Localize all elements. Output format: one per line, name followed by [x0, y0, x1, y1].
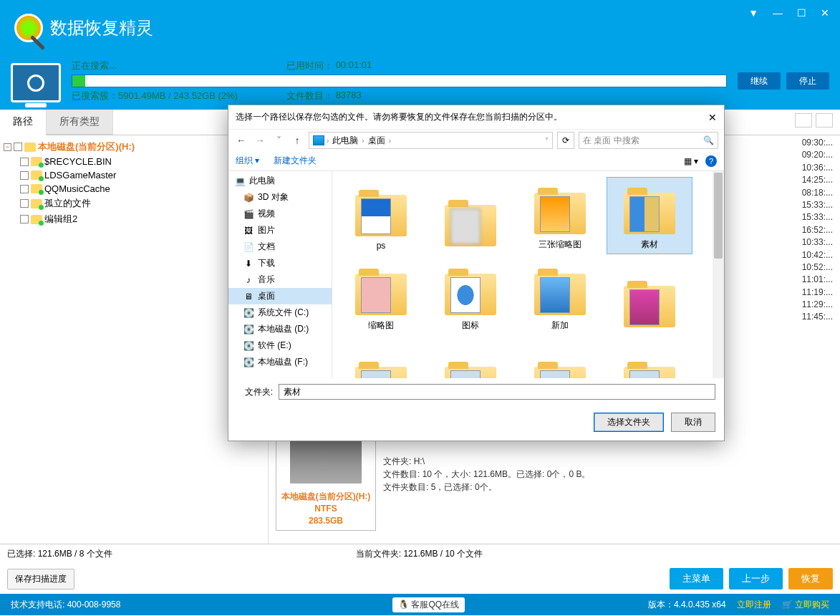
folder-item[interactable]: [607, 258, 692, 335]
sidebar-item[interactable]: 💽本地磁盘 (F:): [228, 354, 332, 370]
checkbox[interactable]: [20, 171, 29, 180]
tab-path[interactable]: 路径: [0, 110, 47, 135]
search-icon[interactable]: 🔍: [703, 135, 714, 145]
list-view-icon[interactable]: [816, 113, 833, 127]
sidebar-item-label: 本地磁盘 (F:): [258, 356, 308, 368]
folder-input[interactable]: [279, 384, 715, 400]
timestamp-list: 09:30:...09:20:...10:36:...14:25:...08:1…: [802, 137, 833, 324]
address-bar[interactable]: › 此电脑 › 桌面 › ˅: [309, 132, 553, 149]
folder-item[interactable]: [428, 339, 513, 378]
checkbox[interactable]: [20, 158, 29, 166]
breadcrumb-desktop[interactable]: 桌面: [367, 133, 387, 148]
sidebar-item[interactable]: 💽软件 (E:): [228, 337, 332, 354]
sidebar-item[interactable]: 📦3D 对象: [228, 189, 332, 206]
sidebar-item[interactable]: ♪音乐: [228, 271, 332, 288]
version-value: 4.4.0.435 x64: [674, 600, 726, 610]
clusters-label: 已搜索簇：: [72, 90, 118, 101]
organize-button[interactable]: 组织 ▾: [236, 155, 259, 167]
folder-icon: [31, 157, 42, 166]
folder-item[interactable]: 三张缩略图: [517, 177, 603, 254]
title-main: 数据恢复: [50, 18, 119, 37]
sidebar-item[interactable]: 💽本地磁盘 (D:): [228, 321, 332, 337]
folder-item[interactable]: [428, 177, 513, 254]
checkbox[interactable]: [20, 215, 29, 223]
sidebar-item[interactable]: 💻此电脑: [228, 173, 332, 189]
recover-button[interactable]: 恢复: [788, 568, 833, 589]
prev-button[interactable]: 上一步: [729, 568, 783, 589]
checkbox[interactable]: [20, 185, 29, 193]
pc-icon: [313, 135, 324, 145]
timestamp: 14:25:...: [802, 174, 833, 186]
recent-dropdown[interactable]: ˅: [271, 135, 286, 146]
sidebar-item[interactable]: 🖥桌面: [228, 288, 332, 304]
view-mode-button[interactable]: ▦ ▾: [684, 156, 698, 166]
info-line2: 文件数目: 10 个，大小: 121.6MB。已选择: 0个，0 B。: [383, 468, 590, 481]
close-button[interactable]: ✕: [821, 7, 829, 19]
folder-icon: [534, 193, 586, 234]
continue-button[interactable]: 继续: [738, 72, 781, 90]
folder-icon: [355, 195, 407, 236]
tab-types[interactable]: 所有类型: [47, 110, 113, 135]
searching-label: 正在搜索...: [72, 59, 286, 72]
sidebar-item[interactable]: ⬇下载: [228, 255, 332, 271]
selected-status: 已选择: 121.6MB / 8 个文件: [7, 548, 112, 560]
sidebar-icon: 🖥: [243, 292, 254, 302]
folder-icon: [624, 367, 675, 378]
maximize-button[interactable]: ☐: [797, 7, 806, 19]
tree-root-label: 本地磁盘(当前分区)(H:): [38, 140, 135, 153]
up-button[interactable]: ↑: [290, 135, 304, 146]
scrollbar[interactable]: [713, 171, 724, 378]
buy-link[interactable]: 立即购买: [782, 599, 829, 611]
folder-label: 新加: [551, 319, 569, 332]
sidebar-icon: ♪: [243, 275, 254, 285]
sidebar-item-label: 文档: [258, 241, 275, 253]
grid-view-icon[interactable]: [795, 113, 812, 127]
cancel-button[interactable]: 取消: [671, 413, 715, 432]
breadcrumb-pc[interactable]: 此电脑: [331, 133, 359, 148]
address-dropdown-icon[interactable]: ˅: [545, 137, 549, 145]
folder-item[interactable]: 缩略图: [338, 258, 424, 335]
timestamp: 11:01:...: [802, 274, 833, 286]
dialog-titlebar: 选择一个路径以保存您勾选的文件。请勿将要恢复的文件保存在您当前扫描的分区中。 ✕: [228, 105, 724, 129]
sidebar-item[interactable]: 💽系统文件 (C:): [228, 304, 332, 321]
folder-item[interactable]: [517, 339, 603, 378]
back-button[interactable]: ←: [234, 135, 248, 146]
app-logo: 数据恢复精灵: [14, 14, 153, 42]
folder-item[interactable]: [338, 339, 424, 378]
dialog-close-button[interactable]: ✕: [708, 112, 717, 123]
folder-item[interactable]: 新加: [517, 258, 603, 335]
checkbox[interactable]: [20, 199, 29, 208]
register-link[interactable]: 立即注册: [737, 599, 771, 611]
folder-icon: [445, 367, 496, 378]
folder-item[interactable]: ps: [338, 177, 424, 254]
sidebar-icon: 💽: [243, 308, 254, 318]
sidebar-icon: 🎬: [243, 209, 254, 219]
sidebar-icon: 🖼: [243, 226, 254, 236]
footer: 技术支持电话: 400-008-9958 客服QQ在线 版本：4.4.0.435…: [0, 594, 840, 615]
folder-item[interactable]: 素材: [607, 177, 692, 254]
folder-label: 图标: [462, 319, 479, 332]
save-progress-button[interactable]: 保存扫描进度: [7, 569, 74, 589]
stop-button[interactable]: 停止: [786, 72, 829, 90]
refresh-button[interactable]: ⟳: [557, 132, 574, 149]
sidebar-item[interactable]: 🖼图片: [228, 222, 332, 239]
new-folder-button[interactable]: 新建文件夹: [274, 155, 317, 167]
dropdown-icon[interactable]: ▼: [748, 7, 758, 19]
help-icon[interactable]: ?: [705, 155, 717, 167]
folder-item[interactable]: [607, 339, 692, 378]
folder-icon: [624, 286, 675, 327]
qq-badge[interactable]: 客服QQ在线: [392, 597, 465, 612]
minimize-button[interactable]: —: [773, 7, 783, 19]
select-folder-button[interactable]: 选择文件夹: [594, 413, 664, 432]
elapsed-value: 00:01:01: [336, 59, 372, 72]
collapse-icon[interactable]: −: [4, 143, 11, 151]
checkbox[interactable]: [14, 143, 22, 151]
sidebar-item[interactable]: 🎬视频: [228, 206, 332, 222]
files-label: 文件数目：: [286, 90, 333, 102]
sidebar-item[interactable]: 📄文档: [228, 239, 332, 255]
forward-button[interactable]: →: [253, 135, 267, 146]
search-box[interactable]: 在 桌面 中搜索 🔍: [579, 132, 718, 149]
main-menu-button[interactable]: 主菜单: [670, 568, 723, 589]
timestamp: 08:18:...: [802, 187, 833, 199]
folder-item[interactable]: 图标: [428, 258, 513, 335]
